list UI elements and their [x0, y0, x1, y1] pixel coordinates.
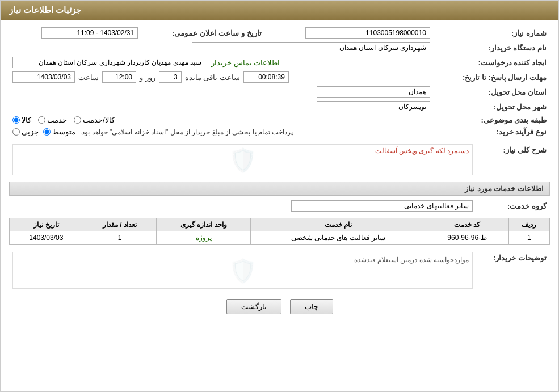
service-group-cell	[9, 199, 476, 213]
info-section: شماره نیاز: تاریخ و ساعت اعلان عمومی: نا…	[9, 26, 550, 138]
category-kala-khedmat-item: کالا/خدمت	[74, 116, 115, 124]
cell-date: 1403/03/03	[10, 231, 83, 245]
cell-row-num: 1	[508, 231, 549, 245]
cell-service-name: سایر فعالیت های خدماتی شخصی	[251, 231, 426, 245]
creator-label: ایجاد کننده درخواست:	[434, 55, 550, 70]
remaining-label: ساعت باقی مانده	[185, 73, 240, 82]
process-motaveset-radio[interactable]	[43, 128, 51, 136]
province-label: استان محل تحویل:	[434, 85, 550, 99]
description-textarea[interactable]: دستمزد لکه گیری وپخش آسفالت	[13, 145, 472, 173]
table-row: 1 ط-96-96-960 سایر فعالیت های خدماتی شخص…	[10, 231, 550, 245]
process-jozii-label: جزیی	[22, 128, 39, 136]
city-cell	[9, 99, 434, 114]
city-input[interactable]	[317, 101, 430, 112]
reply-days-input[interactable]	[159, 71, 182, 83]
col-service-name: نام خدمت	[251, 218, 426, 231]
buyer-notes-section: توضیحات خریدار: 🛡️ مواردخواسته شده درمتن…	[9, 250, 550, 290]
buyer-org-cell	[9, 40, 434, 55]
reply-time-label: ساعت	[78, 73, 99, 82]
city-label: شهر محل تحویل:	[434, 99, 550, 114]
category-khedmat-item: خدمت	[38, 116, 67, 124]
reply-day-label: روز و	[140, 73, 155, 82]
page-header: جزئیات اطلاعات نیاز	[1, 1, 558, 20]
description-section: شرح کلی نیاز: 🛡️ دستمزد لکه گیری وپخش آس…	[9, 142, 550, 177]
service-group-label: گروه خدمت:	[476, 199, 550, 213]
reply-deadline-label: مهلت ارسال پاسخ: تا تاریخ:	[434, 70, 550, 85]
category-kala-radio[interactable]	[12, 116, 20, 124]
creator-contact-link[interactable]: اطلاعات تماس خریدار	[211, 58, 280, 67]
page-title: جزئیات اطلاعات نیاز	[9, 5, 81, 15]
cell-quantity: 1	[83, 231, 157, 245]
category-cell: کالا خدمت کالا/خدمت	[9, 114, 434, 126]
services-section-title: اطلاعات خدمات مورد نیاز	[9, 182, 550, 196]
announcement-datetime-input[interactable]	[41, 27, 138, 39]
buyer-notes-label: توضیحات خریدار:	[476, 250, 550, 290]
services-table: ردیف کد خدمت نام خدمت واحد اندازه گیری ت…	[9, 218, 550, 245]
process-motaveset-label: متوسط	[52, 128, 75, 136]
process-jozii-radio[interactable]	[12, 128, 20, 136]
cell-service-code: ط-96-96-960	[426, 231, 508, 245]
reply-time-input[interactable]	[102, 71, 136, 83]
need-number-label: شماره نیاز:	[434, 26, 550, 40]
print-button[interactable]: چاپ	[290, 299, 333, 314]
reply-date-input[interactable]	[12, 71, 75, 83]
province-cell	[9, 85, 434, 99]
process-motaveset-item: متوسط	[43, 128, 75, 136]
process-label: نوع فرآیند خرید:	[434, 126, 550, 138]
buyer-notes-cell: 🛡️ مواردخواسته شده درمتن استعلام قیدشده	[9, 250, 476, 290]
announcement-datetime-value	[9, 26, 141, 40]
col-quantity: تعداد / مقدار	[83, 218, 157, 231]
col-row-num: ردیف	[508, 218, 549, 231]
creator-cell: اطلاعات تماس خریدار	[9, 55, 434, 70]
col-unit: واحد اندازه گیری	[157, 218, 251, 231]
button-row: چاپ بازگشت	[9, 299, 550, 323]
category-kala-khedmat-radio[interactable]	[74, 116, 81, 124]
buyer-org-input[interactable]	[192, 42, 430, 53]
need-number-input[interactable]	[305, 27, 430, 39]
process-note: پرداخت تمام یا بخشی از مبلغ خریدار از مح…	[80, 128, 293, 136]
province-input[interactable]	[317, 86, 430, 98]
description-cell: 🛡️ دستمزد لکه گیری وپخش آسفالت	[9, 142, 476, 177]
category-kala-khedmat-label: کالا/خدمت	[83, 116, 115, 124]
col-service-code: کد خدمت	[426, 218, 508, 231]
main-content: شماره نیاز: تاریخ و ساعت اعلان عمومی: نا…	[1, 20, 558, 328]
col-date: تاریخ نیاز	[10, 218, 83, 231]
description-label: شرح کلی نیاز:	[476, 142, 550, 177]
category-khedmat-radio[interactable]	[38, 116, 45, 124]
creator-input[interactable]	[12, 57, 205, 68]
category-kala-item: کالا	[12, 116, 31, 124]
category-label: طبقه بندی موضوعی:	[434, 114, 550, 126]
process-cell: جزیی متوسط پرداخت تمام یا بخشی از مبلغ خ…	[9, 126, 434, 138]
page-container: جزئیات اطلاعات نیاز شماره نیاز: تاریخ و …	[0, 0, 559, 392]
cell-unit: پروژه	[157, 231, 251, 245]
buyer-notes-text: مواردخواسته شده درمتن استعلام قیدشده	[13, 252, 472, 286]
reply-deadline-cell: ساعت روز و ساعت باقی مانده	[9, 70, 434, 85]
category-khedmat-label: خدمت	[47, 116, 67, 124]
service-group-input[interactable]	[291, 200, 473, 212]
process-jozii-item: جزیی	[12, 128, 39, 136]
remaining-time-input[interactable]	[243, 71, 289, 83]
need-number-value	[265, 26, 434, 40]
service-group-section: گروه خدمت:	[9, 199, 550, 213]
buyer-org-label: نام دستگاه خریدار:	[434, 40, 550, 55]
category-kala-label: کالا	[22, 116, 31, 124]
announcement-datetime-label: تاریخ و ساعت اعلان عمومی:	[141, 26, 265, 40]
back-button[interactable]: بازگشت	[226, 299, 281, 314]
